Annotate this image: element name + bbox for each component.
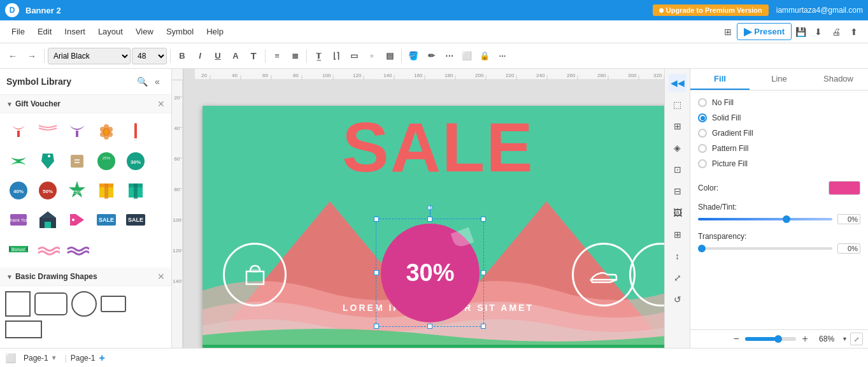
color-swatch[interactable] [829, 181, 860, 195]
symbol-ribbon-pink[interactable] [34, 119, 61, 145]
shade-slider-thumb[interactable] [783, 215, 790, 223]
solid-fill-radio[interactable] [698, 113, 707, 122]
menu-symbol[interactable]: Symbol [160, 24, 200, 39]
symbol-house-tag[interactable] [34, 206, 61, 233]
fullscreen-icon[interactable]: ⤢ [850, 333, 863, 345]
basic-shapes-close[interactable]: ✕ [157, 271, 165, 282]
symbol-bow-green[interactable] [5, 148, 32, 175]
transparency-slider-thumb[interactable] [698, 245, 706, 252]
font-family-select[interactable]: Arial Black [48, 48, 131, 64]
zoom-slider-thumb[interactable] [774, 335, 782, 343]
symbol-tag-teal[interactable] [34, 148, 61, 175]
no-fill-radio[interactable] [698, 98, 707, 107]
text-align-button[interactable]: ≣ [287, 48, 303, 64]
scale-icon[interactable]: ⤢ [669, 269, 687, 287]
zoom-slider-track[interactable] [745, 337, 796, 341]
fill-option-solid[interactable]: Solid Fill [698, 113, 860, 122]
raise-lower-button[interactable]: ⌊⌉ [328, 48, 345, 64]
line-style-icon[interactable]: ⋯ [441, 48, 457, 64]
shade-slider-track[interactable] [698, 218, 832, 220]
basic-drawing-shapes-section-header[interactable]: ▼ Basic Drawing Shapes ✕ [0, 268, 171, 286]
shade-value-input[interactable] [837, 214, 860, 224]
grid-icon[interactable]: ⊞ [669, 117, 687, 135]
menu-file[interactable]: File [5, 24, 31, 39]
shape-thin-rect[interactable] [101, 291, 126, 317]
page-1-dropdown[interactable]: ▼ [51, 354, 57, 361]
grid-view-icon[interactable]: ⊞ [719, 23, 737, 41]
gift-voucher-close[interactable]: ✕ [157, 99, 165, 109]
gradient-fill-radio[interactable] [698, 129, 707, 138]
pattern-fill-radio[interactable] [698, 144, 707, 153]
crop-icon[interactable]: ⊡ [669, 161, 687, 178]
tab-line[interactable]: Line [750, 69, 809, 90]
picture-fill-radio[interactable] [698, 159, 707, 168]
collapse-sidebar-icon[interactable]: « [150, 74, 165, 89]
symbol-pink-tag[interactable] [64, 206, 90, 233]
add-page-button[interactable]: + [99, 352, 104, 364]
symbol-badge-blue-40[interactable]: 40% [5, 177, 32, 204]
layout-btn[interactable]: ▤ [381, 48, 398, 64]
group-icon[interactable]: ⊞ [669, 226, 687, 243]
shape-rounded-rect[interactable] [34, 291, 68, 317]
fill-option-pattern[interactable]: Pattern Fill [698, 144, 860, 153]
align-left-button[interactable]: ≡ [269, 48, 285, 64]
tab-shadow[interactable]: Shadow [809, 69, 868, 90]
shape-wide-rect[interactable] [5, 320, 42, 338]
symbol-box-yellow[interactable] [93, 177, 120, 204]
text-outline-button[interactable]: T̲ [310, 48, 327, 64]
arrow-tools-icon[interactable]: ↕ [669, 247, 687, 265]
save-icon[interactable]: 💾 [792, 23, 809, 41]
image-icon[interactable]: 🖼 [669, 204, 687, 222]
share-icon[interactable]: ⬆ [845, 23, 863, 41]
canvas-scroll-area[interactable]: SALE 30% [183, 80, 664, 348]
gift-voucher-section-header[interactable]: ▼ Gift Voucher ✕ [0, 95, 171, 113]
download-icon[interactable]: ⬇ [809, 23, 827, 41]
search-icon[interactable]: 🔍 [134, 74, 150, 89]
symbol-sale-blue[interactable]: SALE [93, 206, 120, 233]
symbol-badge-green-25[interactable]: 25% [93, 148, 120, 175]
menu-edit[interactable]: Edit [31, 24, 58, 39]
expand-panels-icon[interactable]: ◀◀ [669, 74, 687, 92]
menu-layout[interactable]: Layout [92, 24, 129, 39]
fill-option-gradient[interactable]: Gradient Fill [698, 129, 860, 138]
symbol-badge-red-50[interactable]: 50% [34, 177, 61, 204]
shape-circle[interactable] [71, 291, 97, 317]
symbol-thank-you-tag[interactable]: Thank You! [5, 206, 32, 233]
shadow-button[interactable]: ▫ [364, 48, 380, 64]
zoom-in-button[interactable]: + [799, 333, 811, 345]
fill-option-picture[interactable]: Picture Fill [698, 159, 860, 168]
text-color-button[interactable]: A [227, 48, 244, 64]
symbol-ribbon-purple[interactable] [64, 119, 90, 145]
frame-button[interactable]: ▭ [346, 48, 362, 64]
transparency-value-input[interactable] [837, 243, 860, 254]
font-size-select[interactable]: 48 [132, 48, 167, 64]
symbol-flower-orange[interactable] [93, 119, 120, 145]
present-button[interactable]: ▶ Present [737, 23, 792, 40]
transform-icon[interactable]: ⬚ [669, 96, 687, 113]
symbol-wave-pink[interactable] [34, 236, 61, 263]
text-T-button[interactable]: T [245, 48, 262, 64]
history-icon[interactable]: ↺ [669, 291, 687, 308]
italic-button[interactable]: I [192, 48, 208, 64]
zoom-out-button[interactable]: − [730, 333, 743, 345]
symbol-box-teal[interactable] [122, 177, 149, 204]
upgrade-button[interactable]: Upgrade to Premium Version [653, 4, 769, 16]
page-1-button[interactable]: Page-1 ▼ [20, 352, 61, 364]
lock-icon[interactable]: 🔒 [476, 48, 493, 64]
symbol-badge-teal-30[interactable]: 30% [122, 148, 149, 175]
redo-button[interactable]: → [23, 47, 41, 65]
symbol-wave-purple[interactable] [64, 236, 90, 263]
more-options-button[interactable]: ··· [494, 48, 511, 64]
transparency-slider-track[interactable] [698, 247, 832, 250]
menu-insert[interactable]: Insert [58, 24, 92, 39]
layers-icon[interactable]: ◈ [669, 139, 687, 157]
line-color-icon[interactable]: ✏ [423, 48, 439, 64]
fill-color-icon[interactable]: 🪣 [405, 48, 422, 64]
design-canvas[interactable]: SALE 30% [203, 106, 664, 348]
shape-square[interactable] [5, 291, 31, 317]
print-icon[interactable]: 🖨 [827, 23, 845, 41]
undo-button[interactable]: ← [4, 47, 22, 65]
fill-option-no-fill[interactable]: No Fill [698, 98, 860, 107]
symbol-ribbon-red[interactable] [5, 119, 32, 145]
stack-icon[interactable]: ⊟ [669, 182, 687, 200]
